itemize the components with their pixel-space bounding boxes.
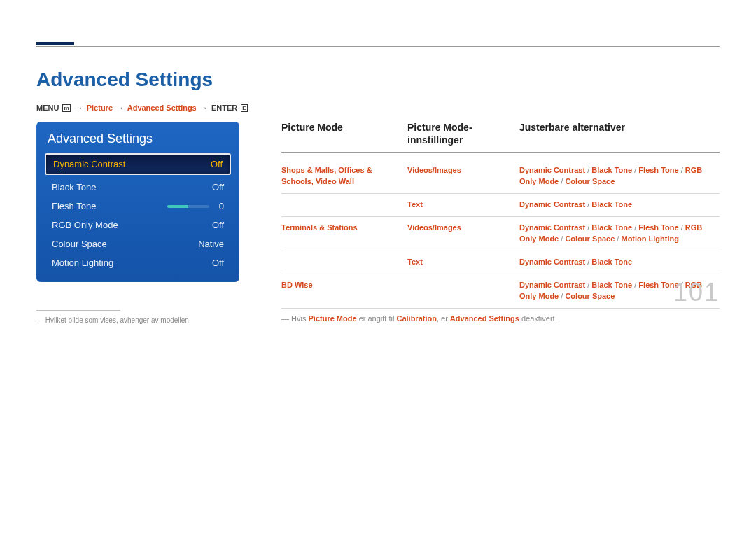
table-row: TextDynamic Contrast / Black Tone [281, 194, 720, 217]
page-title: Advanced Settings [36, 69, 720, 91]
breadcrumb-item: Picture [87, 104, 113, 112]
osd-row-flesh-tone[interactable]: Flesh Tone0 [45, 197, 231, 216]
arrow-icon: → [115, 104, 125, 112]
page-number: 101 [673, 278, 720, 307]
col-header: Picture Mode [281, 122, 400, 146]
arrow-icon: → [199, 104, 209, 112]
content-row: Advanced Settings Dynamic ContrastOffBla… [36, 122, 720, 324]
enter-icon: E [241, 104, 247, 112]
cell-options: Dynamic Contrast / Black Tone / Flesh To… [519, 223, 720, 245]
cell-options: Dynamic Contrast / Black Tone / Flesh To… [519, 165, 720, 188]
menu-icon: m [62, 104, 70, 112]
cell-mode-settings [407, 280, 512, 302]
osd-row-label: RGB Only Mode [52, 220, 118, 230]
breadcrumb: MENU m → Picture → Advanced Settings → E… [36, 104, 720, 112]
osd-title: Advanced Settings [45, 129, 231, 153]
left-column: Advanced Settings Dynamic ContrastOffBla… [36, 122, 239, 324]
osd-row-motion-lighting[interactable]: Motion LightingOff [45, 253, 231, 272]
cell-mode-settings: Videos/Images [407, 223, 512, 245]
table-row: Terminals & StationsVideos/ImagesDynamic… [281, 217, 720, 251]
header-accent [36, 42, 74, 45]
osd-row-value: Off [211, 159, 223, 169]
cell-picture-mode [281, 257, 400, 268]
cell-picture-mode: BD Wise [281, 280, 400, 302]
breadcrumb-enter-label: ENTER [211, 104, 237, 112]
col-header: Picture Mode-innstillinger [407, 122, 512, 146]
cell-mode-settings: Text [407, 199, 512, 211]
cell-picture-mode: Terminals & Stations [281, 223, 400, 245]
cell-options: Dynamic Contrast / Black Tone [519, 257, 720, 268]
footnote-rule [36, 310, 120, 311]
cell-picture-mode: Shops & Malls, Offices & Schools, Video … [281, 165, 400, 188]
osd-panel: Advanced Settings Dynamic ContrastOffBla… [36, 122, 239, 282]
breadcrumb-menu-label: MENU [36, 104, 59, 112]
osd-row-value: 0 [219, 201, 224, 211]
right-column: Picture Mode Picture Mode-innstillinger … [281, 122, 720, 323]
cell-options: Dynamic Contrast / Black Tone [519, 199, 720, 211]
osd-row-label: Colour Space [52, 239, 107, 249]
osd-row-dynamic-contrast[interactable]: Dynamic ContrastOff [45, 153, 231, 175]
osd-row-black-tone[interactable]: Black ToneOff [45, 178, 231, 197]
col-header: Justerbare alternativer [519, 122, 720, 146]
breadcrumb-item: Advanced Settings [127, 104, 197, 112]
options-table: Picture Mode Picture Mode-innstillinger … [281, 122, 720, 309]
cell-mode-settings: Text [407, 257, 512, 268]
osd-row-rgb-only-mode[interactable]: RGB Only ModeOff [45, 216, 231, 234]
osd-row-label: Black Tone [52, 182, 96, 192]
osd-row-value: Off [212, 258, 224, 268]
table-row: TextDynamic Contrast / Black Tone [281, 251, 720, 274]
osd-row-value: Native [198, 239, 224, 249]
table-row: Shops & Malls, Offices & Schools, Video … [281, 160, 720, 194]
page: Advanced Settings MENU m → Picture → Adv… [0, 0, 756, 324]
osd-row-value: Off [212, 182, 224, 192]
arrow-icon: → [74, 104, 85, 112]
cell-mode-settings: Videos/Images [407, 165, 512, 188]
footnote: Hvilket bilde som vises, avhenger av mod… [36, 316, 239, 324]
osd-row-label: Flesh Tone [52, 201, 96, 211]
table-header: Picture Mode Picture Mode-innstillinger … [281, 122, 720, 153]
osd-row-value: Off [212, 220, 224, 230]
header-rule [36, 46, 720, 47]
slider[interactable] [167, 205, 209, 208]
cell-picture-mode [281, 199, 400, 211]
table-note: Hvis Picture Mode er angitt til Calibrat… [281, 309, 720, 323]
table-row: BD WiseDynamic Contrast / Black Tone / F… [281, 274, 720, 309]
osd-row-label: Motion Lighting [52, 258, 113, 268]
osd-row-colour-space[interactable]: Colour SpaceNative [45, 234, 231, 253]
osd-row-label: Dynamic Contrast [53, 159, 125, 169]
